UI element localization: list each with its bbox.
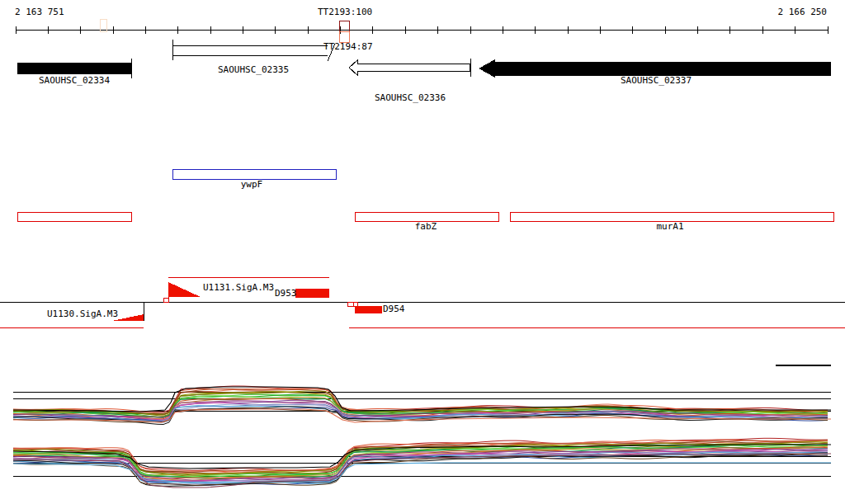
- transcript-track: [18, 213, 834, 222]
- segment-small-square-2: [354, 303, 358, 307]
- expression-panels: [13, 365, 831, 488]
- segment-d953-box[interactable]: [295, 289, 329, 298]
- segment-small-square-1: [348, 303, 354, 307]
- mura1-label: murA1: [656, 222, 683, 231]
- gene-track: [17, 40, 831, 78]
- motif-wedge: [168, 282, 201, 297]
- transcript-box-unnamed[interactable]: [18, 213, 132, 222]
- transcript-box-fabz[interactable]: [356, 213, 499, 222]
- gene-saouhsc-02336-shape[interactable]: [349, 59, 471, 77]
- gene-saouhsc-02335-label: SAOUHSC_02335: [218, 65, 289, 74]
- gene-saouhsc-02334-label: SAOUHSC_02334: [39, 76, 110, 85]
- fabz-label: fabZ: [415, 222, 437, 231]
- transcript-box-mura1[interactable]: [511, 213, 834, 222]
- ruler-right-coordinate: 2 166 250: [777, 7, 827, 16]
- tt2193-label: TT2193:100: [318, 7, 372, 16]
- genome-browser-canvas: 2 163 751 TT2193:100 2 166 250 TT2194:87…: [0, 0, 845, 504]
- gene-saouhsc-02337-label: SAOUHSC_02337: [621, 76, 692, 85]
- ruler-left-coordinate: 2 163 751: [15, 7, 64, 16]
- gene-body: [17, 63, 131, 74]
- motif-u1130-label: U1130.SigA.M3: [47, 309, 118, 318]
- segment-d953-label: D953: [275, 289, 297, 298]
- motif-track: [0, 278, 845, 328]
- motif-small-square: [164, 299, 169, 303]
- tt2194-label: TT2194:87: [323, 42, 373, 51]
- segment-d954-box[interactable]: [355, 306, 382, 313]
- motif-u1131-shape[interactable]: [164, 282, 201, 303]
- gene-saouhsc-02336-label: SAOUHSC_02336: [375, 93, 446, 102]
- ywpf-annotation-box[interactable]: [173, 170, 337, 180]
- gene-open-arrow: [349, 60, 470, 75]
- segment-d954-label: D954: [383, 304, 405, 313]
- motif-u1131-label: U1131.SigA.M3: [203, 283, 274, 292]
- coordinate-ruler: [16, 20, 828, 43]
- ywpf-label: ywpF: [241, 180, 263, 189]
- gene-saouhsc-02335-shape[interactable]: [172, 40, 335, 61]
